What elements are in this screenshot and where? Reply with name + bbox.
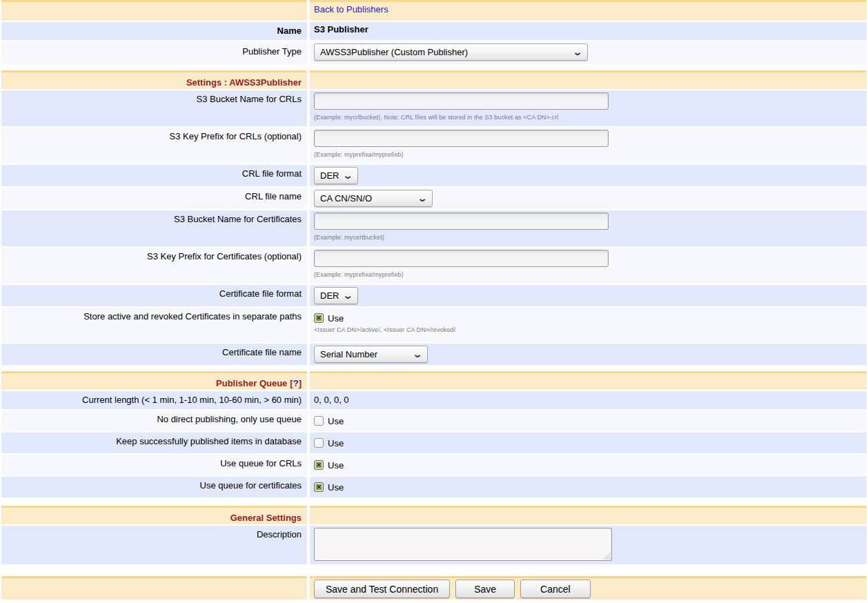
- general-settings-section: General Settings Description: [1, 506, 867, 564]
- no-direct-publishing-checkbox[interactable]: [314, 416, 324, 426]
- chevron-down-icon: ⌄: [573, 48, 590, 57]
- save-button[interactable]: Save: [455, 580, 515, 598]
- help-bracket-close: ]: [299, 378, 302, 388]
- use-queue-crls-checkbox[interactable]: [314, 460, 324, 470]
- footer-buttons-row: Save and Test Connection Save Cancel: [1, 576, 867, 600]
- queue-certs-label: Use queue for certificates: [200, 480, 302, 491]
- cert-file-format-select[interactable]: DER ⌄: [314, 287, 358, 304]
- s3-prefix-cert-input[interactable]: [314, 250, 609, 267]
- cert-name-label: Certificate file name: [222, 347, 302, 357]
- chevron-down-icon: ⌄: [343, 291, 360, 300]
- crl-name-label: CRL file name: [245, 191, 302, 201]
- top-section: Back to Publishers Name S3 Publisher Pub…: [1, 0, 867, 64]
- chevron-down-icon: ⌄: [417, 194, 435, 203]
- s3-prefix-cert-label: S3 Key Prefix for Certificates (optional…: [147, 251, 302, 261]
- queue-section-title: Publisher Queue: [216, 378, 287, 388]
- s3-bucket-cert-row: S3 Bucket Name for Certificates (Example…: [1, 210, 867, 246]
- s3-prefix-cert-note: (Example: myprefixa/myprefixb): [314, 271, 867, 278]
- crl-name-selected-value: CA CN/SN/O: [315, 193, 377, 204]
- chevron-down-icon: ⌄: [413, 350, 430, 359]
- s3-bucket-cert-input[interactable]: [314, 212, 609, 230]
- cert-format-selected-value: DER: [315, 290, 344, 301]
- separate-paths-checkbox[interactable]: [314, 313, 324, 323]
- separate-paths-row: Store active and revoked Certificates in…: [1, 308, 867, 342]
- cert-name-row: Certificate file name Serial Number ⌄: [1, 344, 867, 365]
- keep-published-row: Keep successfully published items in dat…: [1, 433, 867, 453]
- s3-prefix-crl-input[interactable]: [314, 130, 609, 147]
- description-label: Description: [257, 529, 302, 540]
- s3-prefix-cert-row: S3 Key Prefix for Certificates (optional…: [1, 248, 867, 284]
- no-direct-label: No direct publishing, only use queue: [157, 414, 302, 424]
- queue-length-row: Current length (< 1 min, 1-10 min, 10-60…: [1, 391, 867, 409]
- cert-name-selected-value: Serial Number: [315, 349, 383, 359]
- s3-bucket-crl-input[interactable]: [314, 92, 609, 110]
- keep-published-label: Keep successfully published items in dat…: [116, 436, 302, 446]
- publisher-type-label: Publisher Type: [242, 45, 302, 57]
- keep-published-checkbox[interactable]: [314, 438, 324, 448]
- cert-format-label: Certificate file format: [219, 288, 302, 299]
- chevron-down-icon: ⌄: [343, 171, 360, 180]
- general-section-title: General Settings: [230, 513, 302, 523]
- crl-format-label: CRL file format: [242, 168, 302, 179]
- back-to-publishers-link[interactable]: Back to Publishers: [314, 4, 388, 14]
- queue-certs-use-label: Use: [328, 481, 344, 493]
- settings-section: Settings : AWSS3Publisher S3 Bucket Name…: [1, 70, 867, 365]
- back-row-left-cell: [1, 0, 307, 21]
- name-value: S3 Publisher: [314, 24, 368, 34]
- publisher-type-selected-value: AWSS3Publisher (Custom Publisher): [315, 47, 473, 57]
- publisher-edit-page: Back to Publishers Name S3 Publisher Pub…: [1, 0, 867, 600]
- s3-bucket-crl-note: (Example: mycrlbucket). Note: CRL files …: [314, 114, 867, 121]
- s3-bucket-cert-label: S3 Bucket Name for Certificates: [174, 214, 302, 224]
- settings-section-title: Settings : AWSS3Publisher: [186, 77, 302, 88]
- queue-length-value: 0, 0, 0, 0: [314, 395, 349, 405]
- back-link-row: Back to Publishers: [1, 0, 867, 21]
- settings-header-row: Settings : AWSS3Publisher: [1, 70, 867, 89]
- queue-crls-use-label: Use: [328, 459, 344, 471]
- crl-name-row: CRL file name CA CN/SN/O ⌄: [1, 188, 867, 209]
- publisher-type-row: Publisher Type AWSS3Publisher (Custom Pu…: [1, 41, 867, 64]
- crl-format-row: CRL file format DER ⌄: [1, 165, 867, 186]
- separate-paths-label: Store active and revoked Certificates in…: [83, 311, 302, 322]
- publisher-type-select[interactable]: AWSS3Publisher (Custom Publisher) ⌄: [314, 43, 588, 61]
- footer-section: Save and Test Connection Save Cancel: [1, 576, 867, 600]
- no-direct-row: No direct publishing, only use queue Use: [1, 411, 867, 431]
- crl-file-name-select[interactable]: CA CN/SN/O ⌄: [314, 190, 433, 207]
- queue-length-label: Current length (< 1 min, 1-10 min, 10-60…: [82, 395, 302, 405]
- save-and-test-connection-button[interactable]: Save and Test Connection: [314, 580, 450, 598]
- s3-bucket-cert-note: (Example: mycertbucket): [314, 234, 867, 241]
- separate-paths-use-label: Use: [328, 312, 344, 324]
- s3-prefix-crl-row: S3 Key Prefix for CRLs (optional) (Examp…: [1, 128, 867, 164]
- description-textarea[interactable]: [314, 528, 612, 561]
- name-label: Name: [277, 26, 302, 36]
- back-row-right-cell: Back to Publishers: [310, 0, 867, 21]
- s3-prefix-crl-label: S3 Key Prefix for CRLs (optional): [170, 131, 302, 141]
- queue-certs-row: Use queue for certificates Use: [1, 477, 867, 497]
- queue-crls-row: Use queue for CRLs Use: [1, 455, 867, 475]
- use-queue-certs-checkbox[interactable]: [314, 482, 324, 492]
- queue-crls-label: Use queue for CRLs: [220, 458, 302, 468]
- name-row: Name S3 Publisher: [1, 22, 867, 40]
- queue-header-row: Publisher Queue[?]: [1, 371, 867, 390]
- queue-help-link[interactable]: ?: [293, 378, 299, 388]
- general-header-row: General Settings: [1, 506, 867, 524]
- no-direct-use-label: Use: [328, 415, 344, 426]
- s3-bucket-crl-row: S3 Bucket Name for CRLs (Example: mycrlb…: [1, 90, 867, 126]
- s3-bucket-crl-label: S3 Bucket Name for CRLs: [197, 94, 302, 104]
- publisher-queue-section: Publisher Queue[?] Current length (< 1 m…: [1, 371, 867, 497]
- crl-format-selected-value: DER: [315, 170, 344, 181]
- crl-file-format-select[interactable]: DER ⌄: [314, 167, 358, 184]
- separate-paths-note: <Issuer CA DN>/active/, <Issuer CA DN>/r…: [314, 326, 867, 333]
- cert-file-name-select[interactable]: Serial Number ⌄: [314, 346, 428, 363]
- description-row: Description: [1, 526, 867, 564]
- keep-published-use-label: Use: [328, 437, 344, 448]
- s3-prefix-crl-note: (Example: myprefixa/myprefixb): [314, 151, 867, 158]
- cancel-button[interactable]: Cancel: [520, 580, 591, 598]
- cert-format-row: Certificate file format DER ⌄: [1, 285, 867, 306]
